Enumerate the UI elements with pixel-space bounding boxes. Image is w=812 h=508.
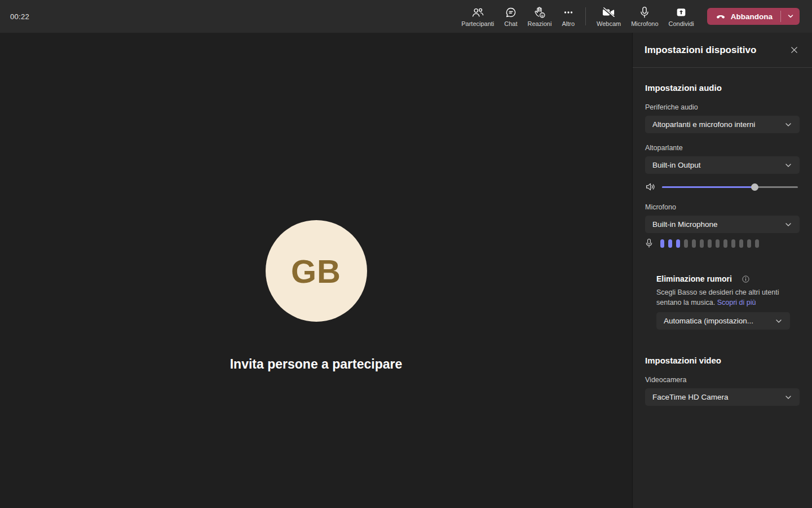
avatar: GB: [266, 220, 367, 322]
mic-level-meter: [660, 239, 759, 248]
mic-level-bar: [700, 239, 704, 248]
hangup-icon: [715, 11, 726, 22]
mic-level-bar: [755, 239, 759, 248]
webcam-toggle-button[interactable]: Webcam: [592, 0, 626, 33]
microphone-label: Microfono: [631, 20, 658, 27]
chat-label: Chat: [504, 20, 517, 27]
more-button[interactable]: Altro: [557, 0, 580, 33]
noise-suppression-value: Automatica (impostazion...: [664, 317, 775, 325]
audio-settings-heading: Impostazioni audio: [645, 83, 800, 93]
participants-button[interactable]: Partecipanti: [456, 0, 499, 33]
noise-suppression-description: Scegli Basso se desideri che altri utent…: [656, 287, 792, 308]
invite-text: Invita persone a partecipare: [0, 357, 632, 372]
camera-label: Videocamera: [645, 376, 800, 384]
volume-thumb[interactable]: [751, 183, 758, 191]
camera-value: FaceTime HD Camera: [652, 393, 784, 401]
chevron-down-icon: [787, 12, 795, 20]
speaker-value: Built-in Output: [652, 161, 784, 169]
leave-options-button[interactable]: [781, 8, 800, 25]
video-settings-heading: Impostazioni video: [645, 356, 800, 365]
speaker-volume-icon: [645, 182, 656, 192]
chevron-down-icon: [784, 221, 792, 229]
audio-devices-value: Altoparlanti e microfono interni: [652, 120, 784, 129]
more-label: Altro: [562, 20, 575, 27]
camera-select[interactable]: FaceTime HD Camera: [645, 388, 800, 406]
people-icon: [471, 6, 484, 19]
chat-button[interactable]: Chat: [499, 0, 522, 33]
chat-icon: [505, 6, 517, 19]
reactions-button[interactable]: Reazioni: [523, 0, 557, 33]
speaker-select[interactable]: Built-in Output: [645, 156, 800, 174]
mic-level-bar: [739, 239, 743, 248]
share-button[interactable]: Condividi: [664, 0, 699, 33]
mic-value: Built-in Microphone: [652, 220, 784, 229]
audio-devices-label: Periferiche audio: [645, 103, 800, 111]
mic-level-bar: [692, 239, 696, 248]
participants-label: Partecipanti: [461, 20, 494, 27]
volume-slider[interactable]: [662, 183, 798, 191]
mic-level-icon: [645, 238, 653, 248]
noise-suppression-select[interactable]: Automatica (impostazion...: [656, 312, 790, 330]
close-icon: [790, 46, 798, 54]
noise-suppression-heading: Eliminazione rumori: [656, 274, 732, 283]
mic-level-bar: [723, 239, 727, 248]
microphone-toggle-button[interactable]: Microfono: [626, 0, 663, 33]
reactions-label: Reazioni: [528, 20, 552, 27]
webcam-off-icon: [601, 6, 616, 19]
learn-more-link[interactable]: Scopri di più: [717, 299, 756, 306]
mic-select[interactable]: Built-in Microphone: [645, 216, 800, 233]
volume-fill: [662, 186, 754, 188]
leave-button-group: Abbandona: [707, 8, 800, 25]
chevron-down-icon: [784, 121, 792, 129]
panel-body: Impostazioni audio Periferiche audio Alt…: [633, 83, 812, 406]
noise-suppression-section: Eliminazione rumori Scegli Basso se desi…: [645, 274, 800, 330]
webcam-label: Webcam: [597, 20, 621, 27]
mic-level-bar: [747, 239, 751, 248]
mic-level-bar: [731, 239, 735, 248]
chevron-down-icon: [784, 393, 792, 401]
panel-title: Impostazioni dispositivo: [645, 45, 756, 56]
microphone-icon: [639, 6, 650, 19]
share-icon: [674, 6, 688, 19]
mic-level-bar: [684, 239, 688, 248]
speaker-label: Altoparlante: [645, 144, 800, 152]
meeting-stage: GB Invita persone a partecipare: [0, 33, 632, 508]
toolbar-separator: [585, 7, 586, 25]
mic-level-bar: [708, 239, 712, 248]
mic-level-bar: [660, 239, 664, 248]
audio-devices-select[interactable]: Altoparlanti e microfono interni: [645, 116, 800, 133]
mic-level-bar: [676, 239, 680, 248]
mic-level-row: [645, 238, 800, 248]
mic-level-bar: [716, 239, 720, 248]
leave-button[interactable]: Abbandona: [707, 8, 780, 25]
chevron-down-icon: [784, 161, 792, 169]
share-label: Condividi: [669, 20, 694, 27]
panel-header: Impostazioni dispositivo: [633, 33, 812, 68]
ellipsis-icon: [562, 6, 575, 19]
meeting-timer: 00:22: [10, 12, 29, 21]
toolbar-right-group: Partecipanti Chat: [456, 0, 812, 33]
volume-row: [645, 181, 800, 192]
avatar-initials: GB: [291, 252, 341, 290]
device-settings-panel: Impostazioni dispositivo Impostazioni au…: [632, 33, 812, 508]
leave-label: Abbandona: [731, 12, 773, 21]
meeting-toolbar: 00:22 Partecipanti Chat: [0, 0, 812, 33]
reactions-icon: [533, 6, 546, 19]
mic-label: Microfono: [645, 203, 800, 211]
close-panel-button[interactable]: [787, 43, 801, 57]
chevron-down-icon: [775, 317, 783, 325]
mic-level-bar: [668, 239, 672, 248]
info-icon[interactable]: [742, 275, 749, 283]
